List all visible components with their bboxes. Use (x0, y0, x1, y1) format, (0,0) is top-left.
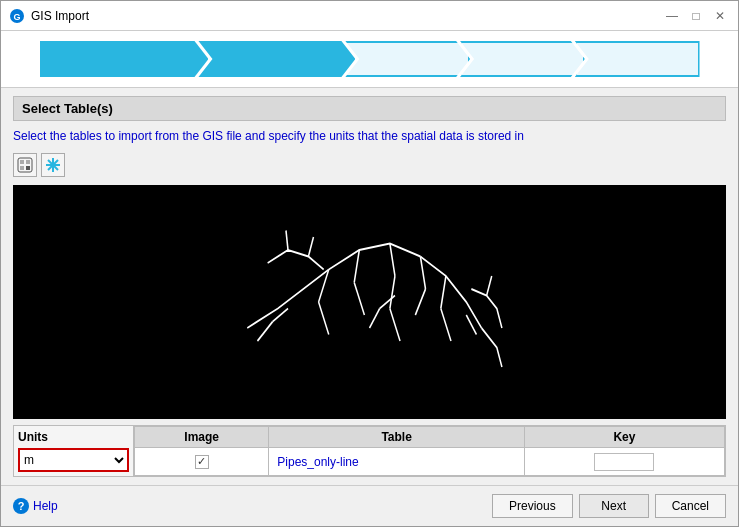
progress-area (1, 31, 738, 88)
svg-line-22 (441, 309, 451, 342)
step-5 (575, 41, 700, 77)
svg-line-14 (390, 244, 395, 277)
main-content: Select Table(s) Select the tables to imp… (1, 88, 738, 485)
zoom-in-button[interactable] (13, 153, 37, 177)
progress-steps (40, 41, 700, 77)
svg-rect-3 (20, 160, 24, 164)
col-image: Image (135, 427, 269, 448)
svg-line-15 (390, 276, 395, 309)
svg-line-26 (257, 322, 272, 342)
svg-line-23 (286, 231, 288, 251)
row-checkbox-cell[interactable]: ✓ (135, 448, 269, 476)
svg-line-18 (415, 289, 425, 315)
help-icon: ? (13, 498, 29, 514)
row-checkbox[interactable]: ✓ (195, 455, 209, 469)
app-icon: G (9, 8, 25, 24)
instruction-text: Select the tables to import from the GIS… (13, 127, 726, 145)
svg-point-11 (51, 163, 55, 167)
svg-line-17 (420, 257, 425, 290)
data-table: Image Table Key ✓ Pipes_only-line (134, 426, 725, 476)
table-section: Units m ft km mi Image Table Key (13, 425, 726, 477)
snowflake-button[interactable] (41, 153, 65, 177)
col-key: Key (524, 427, 724, 448)
footer-buttons: Previous Next Cancel (492, 494, 726, 518)
units-select[interactable]: m ft km mi (18, 448, 129, 472)
title-bar-left: G GIS Import (9, 8, 89, 24)
svg-rect-5 (20, 166, 24, 170)
units-label: Units (18, 430, 129, 444)
preview-area (13, 185, 726, 419)
preview-svg (13, 185, 726, 419)
snowflake-icon (45, 157, 61, 173)
svg-text:G: G (13, 12, 20, 22)
svg-rect-6 (26, 166, 30, 170)
units-section: Units m ft km mi (14, 426, 134, 476)
svg-line-16 (390, 309, 400, 342)
step-2 (198, 41, 355, 77)
cancel-button[interactable]: Cancel (655, 494, 726, 518)
svg-line-19 (354, 250, 359, 283)
title-bar: G GIS Import — □ ✕ (1, 1, 738, 31)
title-bar-controls: — □ ✕ (662, 6, 730, 26)
svg-line-21 (441, 276, 446, 309)
svg-line-24 (308, 237, 313, 257)
main-window: G GIS Import — □ ✕ Select Table(s) Selec… (0, 0, 739, 527)
help-label: Help (33, 499, 58, 513)
row-table-name: Pipes_only-line (269, 448, 525, 476)
svg-line-30 (380, 296, 395, 309)
step-3 (345, 41, 470, 77)
previous-button[interactable]: Previous (492, 494, 573, 518)
help-link[interactable]: ? Help (13, 498, 58, 514)
svg-line-20 (354, 283, 364, 316)
svg-line-29 (370, 309, 380, 329)
table-row: ✓ Pipes_only-line (135, 448, 725, 476)
minimize-button[interactable]: — (662, 6, 682, 26)
next-button[interactable]: Next (579, 494, 649, 518)
step-1 (40, 41, 209, 77)
window-title: GIS Import (31, 9, 89, 23)
toolbar (13, 151, 726, 179)
col-table: Table (269, 427, 525, 448)
close-button[interactable]: ✕ (710, 6, 730, 26)
svg-rect-4 (26, 160, 30, 164)
maximize-button[interactable]: □ (686, 6, 706, 26)
svg-line-25 (487, 276, 492, 296)
row-key-input[interactable] (594, 453, 654, 471)
svg-line-13 (319, 302, 329, 335)
row-key (524, 448, 724, 476)
zoom-in-icon (17, 157, 33, 173)
footer: ? Help Previous Next Cancel (1, 485, 738, 526)
section-header: Select Table(s) (13, 96, 726, 121)
step-4 (460, 41, 585, 77)
